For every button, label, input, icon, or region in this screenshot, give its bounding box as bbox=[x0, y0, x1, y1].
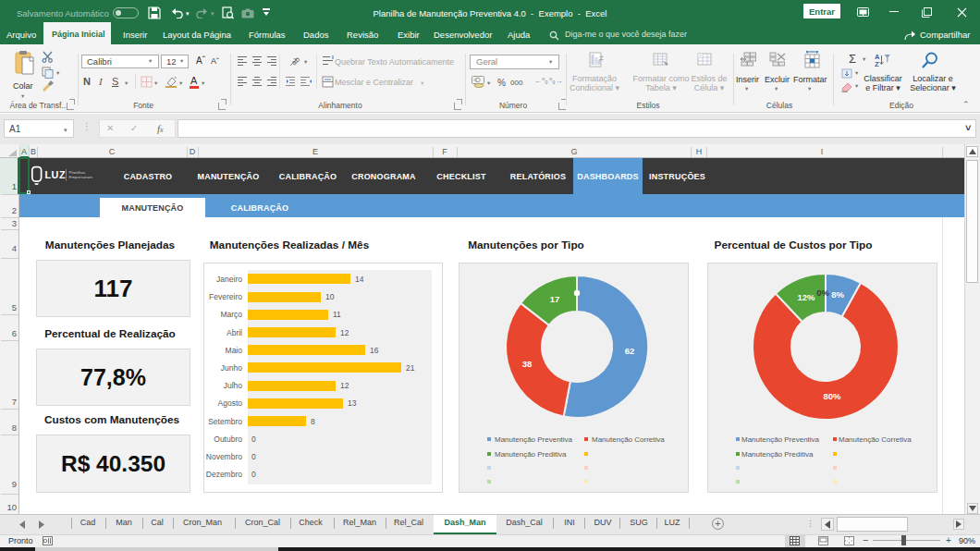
svg-text:≠: ≠ bbox=[599, 54, 604, 63]
svg-text:LUZ: LUZ bbox=[45, 169, 67, 180]
svg-text:Empresariais: Empresariais bbox=[69, 175, 93, 179]
svg-text:Z: Z bbox=[875, 60, 879, 67]
